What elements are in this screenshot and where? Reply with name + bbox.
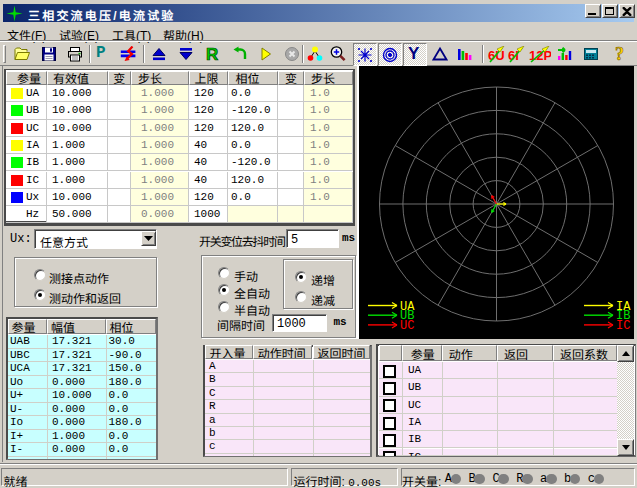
svg-text:IC: IC: [616, 319, 630, 333]
svg-text:6I: 6I: [508, 48, 519, 63]
svg-text:?: ?: [615, 44, 624, 64]
svg-text:R: R: [206, 45, 218, 64]
svg-text:UC: UC: [400, 319, 414, 333]
